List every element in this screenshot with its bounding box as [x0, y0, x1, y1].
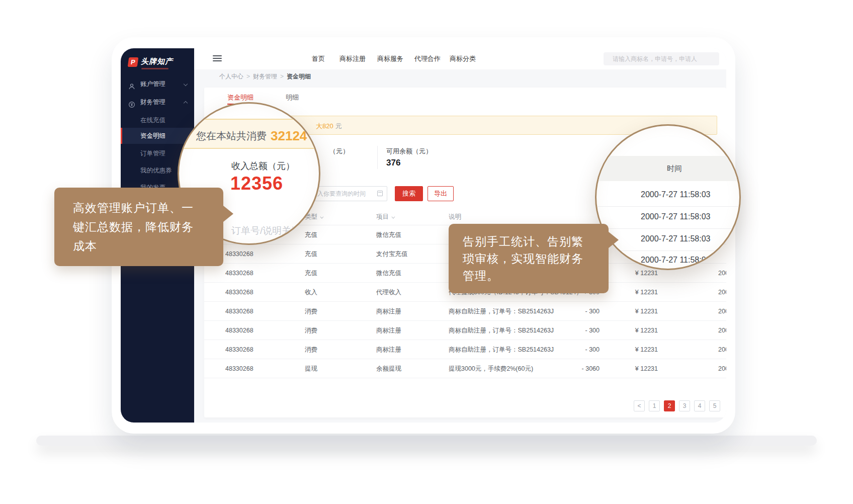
pagination-page-1[interactable]: 1: [649, 400, 660, 411]
cell-description: 提现3000元，手续费2%(60元): [449, 359, 533, 378]
sidebar-item-label: 在线充值: [140, 113, 165, 128]
breadcrumb-separator: >: [280, 73, 284, 80]
lens-banner-band: 您在本站共消费32124: [178, 119, 320, 149]
brand-logo-text: 头牌知产: [141, 57, 173, 66]
lens-banner-prefix: 您在本站共消费: [196, 130, 267, 141]
cell-time: 2000-7-27 11:58:03: [718, 302, 726, 321]
page: P 头牌知产 账户管理财务管理在线充值资金明细订单管理我的优惠券我的发票模板管理…: [0, 0, 853, 504]
cell-type: 消费: [305, 302, 317, 321]
sort-caret-icon: [391, 215, 395, 219]
tab-second-partial[interactable]: 明细: [286, 92, 299, 104]
cell-balance: ¥ 12231: [607, 321, 658, 340]
pagination-prev-button[interactable]: <: [634, 400, 645, 411]
sidebar-item-recharge[interactable]: 在线充值: [121, 113, 194, 128]
cell-time: 2000-7-27 11:58:03: [718, 283, 726, 302]
cell-project: 微信充值: [376, 225, 401, 244]
magnifier-lens-right: 时间 2000-7-27 11:58:032000-7-27 11:58:032…: [595, 124, 741, 270]
chevron-down-icon: [184, 82, 188, 86]
cell-order-number: 48330268: [225, 359, 253, 378]
cell-project: 代理收入: [376, 283, 401, 302]
pagination-page-5[interactable]: 5: [709, 400, 720, 411]
lens-banner-amount: 32124: [271, 128, 307, 143]
sidebar-item-funds[interactable]: 资金明细: [121, 128, 194, 144]
calendar-icon[interactable]: [377, 191, 383, 196]
hamburger-menu-icon[interactable]: [213, 55, 222, 62]
cell-type: 充值: [305, 264, 317, 283]
sidebar-item-label: 资金明细: [140, 128, 165, 144]
cell-order-number: 48330268: [225, 340, 253, 359]
cell-time: 2000-7-27 11:58:03: [718, 340, 726, 359]
global-search-input[interactable]: 请输入商标名，申请号，申请人: [604, 52, 719, 65]
cell-amount: - 3060: [526, 359, 600, 378]
nav-item-home[interactable]: 首页: [312, 48, 325, 69]
table-header-desc: 说明: [449, 208, 461, 225]
lens-income-value: 12356: [230, 173, 283, 194]
logo-tagline: [141, 68, 168, 69]
active-item-marker: [121, 128, 122, 144]
nav-item-trademark-register[interactable]: 商标注册: [339, 48, 366, 69]
table-row: 48330268消费商标注册商标自助注册，订单号：SB2514263J- 300…: [204, 302, 726, 321]
cell-project: 商标注册: [376, 340, 401, 359]
cell-project: 支付宝充值: [376, 244, 408, 264]
cell-amount: - 300: [526, 321, 600, 340]
cell-amount: - 300: [526, 302, 600, 321]
pagination-page-4[interactable]: 4: [694, 400, 705, 411]
top-navbar: 首页商标注册商标服务代理合作商标分类 请输入商标名，申请号，申请人: [194, 48, 726, 69]
lens-time-header: 时间: [667, 164, 682, 174]
lens-time-header-band: 时间: [596, 156, 739, 181]
cell-order-number: 48330268: [225, 283, 253, 302]
lens-income-label: 收入总额（元）: [231, 160, 295, 172]
breadcrumb-segment[interactable]: 财务管理: [253, 73, 277, 80]
cell-balance: ¥ 12231: [607, 302, 658, 321]
lens-row-separator: [596, 228, 739, 229]
sidebar-item-account[interactable]: 账户管理: [121, 76, 194, 92]
cell-type: 收入: [305, 283, 317, 302]
brand-logo[interactable]: P 头牌知产: [121, 55, 194, 72]
cell-type: 消费: [305, 340, 317, 359]
table-header-project[interactable]: 项目: [376, 208, 394, 225]
pagination-page-3[interactable]: 3: [679, 400, 690, 411]
cell-balance: ¥ 12231: [607, 359, 658, 378]
sidebar-item-label: 财务管理: [140, 95, 165, 110]
cell-time: 2000-7-27 11:58:03: [718, 321, 726, 340]
table-row: 48330268提现余额提现提现3000元，手续费2%(60元)- 3060¥ …: [204, 359, 726, 378]
breadcrumb-segment[interactable]: 资金明细: [287, 73, 311, 80]
search-button[interactable]: 搜索: [395, 186, 423, 201]
banner-amount-tail: 大820元: [316, 122, 342, 131]
cell-project: 余额提现: [376, 359, 401, 378]
breadcrumb: 个人中心>财务管理>资金明细: [194, 69, 726, 83]
nav-item-trademark-class[interactable]: 商标分类: [450, 48, 476, 69]
laptop-base: [36, 436, 817, 446]
pagination: <12345: [204, 400, 726, 411]
table-row: 48330268消费商标注册商标自助注册，订单号：SB2514263J- 300…: [204, 340, 726, 359]
cell-project: 微信充值: [376, 264, 401, 283]
callout-right-arrow: [609, 232, 619, 248]
table-row: 48330268消费商标注册商标自助注册，订单号：SB2514263J- 300…: [204, 321, 726, 340]
cell-type: 消费: [305, 321, 317, 340]
sort-caret-icon: [320, 215, 323, 219]
sidebar-item-finance[interactable]: 财务管理: [121, 95, 194, 110]
cell-project: 商标注册: [376, 321, 401, 340]
cell-type: 充值: [305, 244, 317, 264]
breadcrumb-segment[interactable]: 个人中心: [219, 73, 243, 80]
nav-item-trademark-service[interactable]: 商标服务: [377, 48, 403, 69]
pagination-page-2[interactable]: 2: [664, 400, 675, 411]
chevron-up-icon: [184, 101, 188, 105]
nav-item-agent-cooperation[interactable]: 代理合作: [414, 48, 441, 69]
cell-time: 2000-7-27 11:58:03: [718, 359, 726, 378]
stat-consumption-label-fragment: （元）: [329, 147, 349, 156]
global-search-placeholder: 请输入商标名，申请号，申请人: [613, 55, 697, 62]
cell-amount: - 300: [526, 340, 600, 359]
cell-order-number: 48330268: [225, 244, 253, 264]
callout-left-text: 高效管理账户订单、一键汇总数据，降低财务成本: [73, 198, 205, 256]
cell-order-number: 48330268: [225, 264, 253, 283]
cell-balance: ¥ 12231: [607, 283, 658, 302]
sidebar-item-label: 账户管理: [140, 76, 165, 92]
callout-right-text: 告别手工统计、告别繁琐审核，实现智能财务管理。: [463, 233, 594, 284]
stat-available-balance-label: 可用余额（元）: [386, 147, 432, 156]
lens-time-value: 2000-7-27 11:58:03: [641, 234, 710, 243]
brand-logo-icon: P: [128, 57, 139, 67]
export-button[interactable]: 导出: [428, 186, 454, 201]
sidebar-item-label: 我的优惠券: [140, 163, 172, 178]
callout-left: 高效管理账户订单、一键汇总数据，降低财务成本: [54, 188, 223, 266]
